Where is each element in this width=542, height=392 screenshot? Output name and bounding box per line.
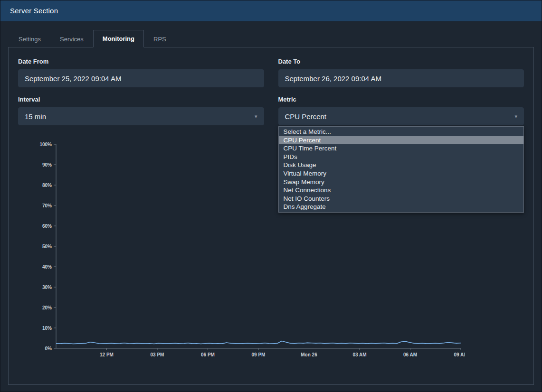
options-row: Interval 15 min ▾ Metric CPU Percent ▾ S… bbox=[18, 96, 524, 125]
metric-selected-value: CPU Percent bbox=[285, 112, 327, 121]
metric-select[interactable]: CPU Percent ▾ bbox=[278, 107, 524, 125]
interval-select[interactable]: 15 min ▾ bbox=[18, 107, 264, 125]
dropdown-option[interactable]: CPU Time Percent bbox=[279, 144, 524, 153]
svg-text:60%: 60% bbox=[42, 224, 52, 229]
dropdown-option[interactable]: Swap Memory bbox=[279, 178, 524, 187]
dropdown-option[interactable]: Select a Metric... bbox=[279, 128, 524, 136]
svg-text:50%: 50% bbox=[42, 244, 52, 249]
svg-text:70%: 70% bbox=[42, 203, 52, 208]
page-title: Server Section bbox=[10, 7, 58, 15]
monitoring-panel: Date From Date To Interval 15 min ▾ Metr… bbox=[8, 47, 534, 385]
dropdown-option[interactable]: PIDs bbox=[279, 153, 524, 161]
date-row: Date From Date To bbox=[18, 58, 524, 87]
svg-text:100%: 100% bbox=[39, 142, 52, 147]
svg-text:30%: 30% bbox=[42, 285, 52, 290]
chevron-down-icon: ▾ bbox=[514, 113, 517, 120]
svg-text:09 AM: 09 AM bbox=[454, 352, 465, 357]
dropdown-option[interactable]: Net Connections bbox=[279, 186, 524, 195]
svg-text:09 PM: 09 PM bbox=[252, 352, 266, 357]
interval-field: Interval 15 min ▾ bbox=[18, 96, 264, 125]
svg-text:0%: 0% bbox=[45, 346, 52, 351]
tab-monitoring[interactable]: Monitoring bbox=[93, 30, 144, 47]
svg-text:40%: 40% bbox=[42, 264, 52, 270]
date-to-field: Date To bbox=[278, 58, 524, 87]
dropdown-option[interactable]: CPU Percent bbox=[279, 136, 524, 145]
interval-selected-value: 15 min bbox=[25, 112, 46, 121]
dropdown-option[interactable]: Virtual Memory bbox=[279, 169, 524, 178]
svg-text:90%: 90% bbox=[42, 162, 52, 168]
svg-text:03 PM: 03 PM bbox=[151, 352, 164, 357]
dropdown-option[interactable]: Dns Aggregate bbox=[279, 203, 524, 211]
date-to-input[interactable] bbox=[278, 69, 524, 87]
date-from-input[interactable] bbox=[18, 69, 264, 87]
svg-text:03 AM: 03 AM bbox=[352, 352, 366, 357]
svg-text:10%: 10% bbox=[42, 326, 52, 331]
svg-text:12 PM: 12 PM bbox=[100, 352, 114, 357]
date-from-field: Date From bbox=[18, 58, 264, 87]
title-bar: Server Section bbox=[0, 0, 542, 21]
svg-text:06 AM: 06 AM bbox=[403, 352, 417, 357]
interval-label: Interval bbox=[18, 96, 264, 103]
metric-field: Metric CPU Percent ▾ Select a Metric...C… bbox=[278, 96, 524, 125]
tab-settings[interactable]: Settings bbox=[9, 30, 50, 47]
svg-text:80%: 80% bbox=[42, 183, 52, 188]
svg-text:06 PM: 06 PM bbox=[201, 352, 215, 357]
server-section-window: Server Section Settings Services Monitor… bbox=[0, 0, 542, 392]
svg-text:20%: 20% bbox=[42, 305, 52, 310]
dropdown-option[interactable]: Disk Usage bbox=[279, 161, 524, 169]
dropdown-option[interactable]: Net IO Counters bbox=[279, 195, 524, 203]
metric-dropdown-list: Select a Metric...CPU PercentCPU Time Pe… bbox=[278, 126, 524, 213]
svg-text:Mon 26: Mon 26 bbox=[301, 352, 317, 357]
date-from-label: Date From bbox=[18, 58, 264, 65]
tab-rps[interactable]: RPS bbox=[144, 30, 176, 47]
chevron-down-icon: ▾ bbox=[255, 113, 257, 120]
tab-services[interactable]: Services bbox=[50, 30, 93, 47]
metric-label: Metric bbox=[278, 96, 524, 103]
date-to-label: Date To bbox=[278, 58, 524, 65]
tab-bar: Settings Services Monitoring RPS bbox=[0, 21, 542, 47]
